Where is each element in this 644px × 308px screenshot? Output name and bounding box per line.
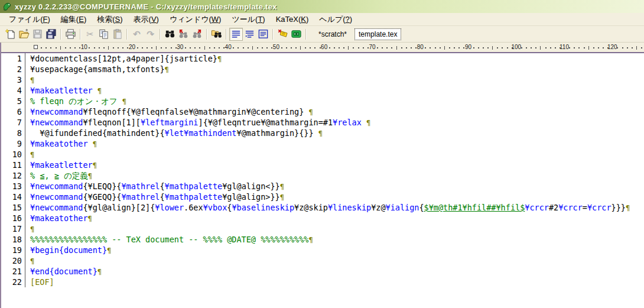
open-file-button[interactable] (17, 28, 31, 41)
ruler-tick (190, 47, 191, 48)
copy-button[interactable] (97, 28, 110, 41)
line-number: 7 (1, 117, 25, 128)
code-span (362, 118, 366, 127)
cut-button[interactable]: ✂ (83, 28, 97, 41)
preview-button[interactable] (290, 28, 303, 41)
menu-file[interactable]: ファイル(F) (4, 13, 56, 26)
find-button[interactable] (163, 28, 177, 41)
new-file-button[interactable] (4, 28, 17, 41)
ruler-number: 70 (369, 44, 375, 50)
toolbar-separator (305, 29, 307, 40)
editor-line[interactable]: 3¶ (1, 74, 644, 85)
editor-line[interactable]: 5% fleqn のオン・オフ ¶ (1, 96, 644, 106)
editor-line[interactable]: 20¶ (1, 255, 644, 266)
eol-mark: ¶ (217, 55, 222, 63)
ruler-number: 10 (81, 44, 87, 50)
menu-window[interactable]: ウィンドウ(W) (164, 13, 226, 26)
line-number: 17 (1, 223, 25, 234)
code-span: ¥@ifundefined{mathindent}{ (30, 128, 165, 138)
code-span: ¥documentclass[12pt,a4paper]{jsarticle} (30, 54, 217, 63)
redo-button[interactable]: ↷ (144, 28, 157, 41)
find-previous-button[interactable] (177, 28, 190, 41)
ruler-tick (492, 46, 493, 50)
fold-window-button[interactable] (243, 28, 256, 41)
ruler-tick (411, 47, 412, 48)
toolbar: ✂↶↷*scratch*template.tex (0, 26, 644, 43)
code-span: ¥crcr (558, 203, 583, 212)
undo-button[interactable]: ↶ (130, 28, 144, 41)
ruler-tick (94, 47, 95, 48)
line-number: 19 (1, 245, 25, 255)
editor-line[interactable]: 4¥makeatletter ¶ (1, 85, 644, 96)
editor-line[interactable]: 21¥end{document}¶ (1, 266, 644, 277)
editor-line[interactable]: 18%%%%%%%%%%%%%%%% -- TeX document -- %%… (1, 234, 644, 245)
buffer-tab-template.tex[interactable]: template.tex (355, 29, 401, 40)
code-span: [EOF] (30, 277, 54, 287)
code-span: ¥vbox (203, 203, 227, 212)
ruler-tick (252, 46, 253, 50)
editor-line[interactable]: 1¥documentclass[12pt,a4paper]{jsarticle}… (1, 53, 644, 64)
editor-line[interactable]: 22[EOF] (1, 277, 644, 287)
window-frame: 102030405060708090100110120130 1¥documen… (0, 43, 644, 308)
menu-edit[interactable]: 編集(E) (56, 13, 92, 26)
toolbar-separator (206, 29, 207, 40)
save-all-button[interactable] (44, 28, 58, 41)
code-span: % fleqn のオン・オフ (30, 96, 122, 106)
editor-line[interactable]: 19¥begin{document}¶ (1, 245, 644, 255)
copy-icon (98, 28, 109, 40)
editor-line[interactable]: 10¶ (1, 149, 644, 160)
code-span: ¥ialign (386, 203, 419, 212)
ruler-tick (603, 47, 604, 48)
editor-line[interactable]: 13¥newcommand{¥LEQQ}{¥mathrel{¥mathpalet… (1, 181, 644, 192)
katex-typeset-button[interactable] (276, 28, 290, 41)
ruler-tick (165, 47, 167, 48)
line-number: 3 (1, 74, 25, 85)
code-span: ¥baselineskip (232, 203, 294, 212)
editor-line[interactable]: 12% ≦, ≧ の定義¶ (1, 170, 644, 181)
menu-view[interactable]: 表示(V) (128, 13, 164, 26)
buffer-tab-scratch[interactable]: *scratch* (315, 29, 350, 40)
ruler-tick (578, 47, 580, 48)
code-span: { (160, 181, 164, 191)
ruler-tick (622, 47, 623, 48)
save-button[interactable] (31, 28, 44, 41)
menu-tools[interactable]: ツール(T) (226, 13, 270, 26)
code-span: ¥mathrel (121, 181, 160, 191)
editor-line[interactable]: 9¥makeatother ¶ (1, 138, 644, 149)
line-number: 6 (1, 106, 25, 117)
fold-none-button[interactable] (229, 28, 243, 41)
ruler-tick (353, 47, 354, 48)
editor-line[interactable]: 2¥usepackage{amsmath,txfonts}¶ (1, 64, 644, 74)
editor-line[interactable]: 8 ¥@ifundefined{mathindent}{¥let¥mathind… (1, 128, 644, 138)
editor-line[interactable]: 15¥newcommand{¥gl@align}[2]{¥lower.6ex¥v… (1, 202, 644, 213)
ruler-tick (266, 47, 268, 48)
code-span (93, 86, 97, 95)
menu-katex[interactable]: KaTeX(K) (271, 14, 314, 25)
editor-line[interactable]: 7¥newcommand¥fleqnon[1][¥leftmargini]{¥@… (1, 117, 644, 128)
fold-column-button[interactable] (256, 28, 270, 41)
ruler-tick (401, 47, 402, 48)
ruler-tick (142, 47, 143, 48)
editor-line[interactable]: 11¥makeatletter¶ (1, 160, 644, 170)
line-number: 5 (1, 96, 25, 106)
menu-bar: ファイル(F)編集(E)検索(S)表示(V)ウィンドウ(W)ツール(T)KaTe… (0, 13, 644, 26)
editor-line[interactable]: 16¥makeatother¶ (1, 213, 644, 223)
print-button[interactable] (64, 28, 77, 41)
ruler-tick (214, 47, 215, 48)
paste-button[interactable] (110, 28, 124, 41)
editor-line[interactable]: 14¥newcommand{¥GEQQ}{¥mathrel{¥mathpalet… (1, 192, 644, 202)
menu-search[interactable]: 検索(S) (92, 13, 128, 26)
ruler-number: 50 (273, 44, 279, 50)
ruler-tick (636, 46, 637, 50)
ruler-number: 40 (225, 44, 232, 50)
editor-line[interactable]: 17¶ (1, 223, 644, 234)
fold-none-icon (230, 28, 242, 40)
text-editor[interactable]: 1¥documentclass[12pt,a4paper]{jsarticle}… (1, 53, 644, 308)
find-next-button[interactable] (190, 28, 204, 41)
ruler-tick (339, 47, 340, 48)
grep-button[interactable] (210, 28, 223, 41)
ruler-tick (555, 47, 556, 48)
line-number: 4 (1, 85, 25, 96)
menu-help[interactable]: ヘルプ(?) (314, 13, 357, 26)
editor-line[interactable]: 6¥newcommand¥fleqnoff{¥@fleqnfalse¥@math… (1, 106, 644, 117)
